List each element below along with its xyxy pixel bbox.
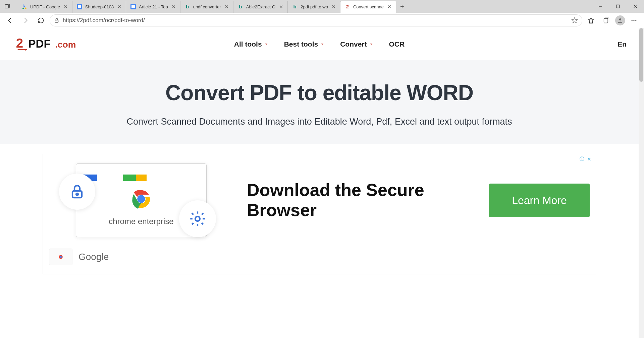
lock-icon bbox=[54, 18, 59, 23]
minimize-button[interactable] bbox=[592, 0, 609, 13]
svg-point-22 bbox=[60, 256, 62, 258]
site-header: 2 PDF .com All tools Best tools Convert … bbox=[0, 28, 639, 60]
tab-updf[interactable]: UPDF - Google ✕ bbox=[17, 1, 72, 13]
tab-label: Article 21 - Top bbox=[139, 4, 168, 9]
viewport: 2 PDF .com All tools Best tools Convert … bbox=[0, 28, 644, 338]
close-icon[interactable]: ✕ bbox=[331, 4, 337, 10]
nav-label: All tools bbox=[234, 40, 262, 48]
window-controls bbox=[592, 0, 644, 13]
collections-button[interactable] bbox=[600, 14, 613, 27]
nav-convert[interactable]: Convert bbox=[340, 40, 373, 48]
tab-label: Shudeep-0108 bbox=[85, 4, 114, 9]
ad-brand-thumb-icon bbox=[49, 249, 72, 265]
tab-shudeep[interactable]: Shudeep-0108 ✕ bbox=[72, 1, 126, 13]
nav-label: Convert bbox=[340, 40, 367, 48]
ad-close-icon[interactable]: ✕ bbox=[586, 156, 592, 162]
browser-titlebar: UPDF - Google ✕ Shudeep-0108 ✕ Article 2… bbox=[0, 0, 644, 13]
ad-illustration: chrome enterprise bbox=[49, 160, 223, 241]
tab-2pdf-search[interactable]: b 2pdf pdf to wo ✕ bbox=[288, 1, 340, 13]
ad-text: Download the Secure Browser bbox=[247, 180, 466, 220]
close-window-button[interactable] bbox=[627, 0, 644, 13]
svg-point-11 bbox=[635, 20, 636, 21]
nav-label: OCR bbox=[389, 40, 405, 48]
svg-point-9 bbox=[632, 20, 633, 21]
main-nav: All tools Best tools Convert OCR bbox=[234, 40, 405, 48]
ad-info-icon[interactable]: ⓘ bbox=[579, 156, 585, 162]
add-favorite-icon[interactable] bbox=[571, 17, 578, 24]
svg-rect-2 bbox=[616, 5, 620, 8]
nav-best-tools[interactable]: Best tools bbox=[284, 40, 325, 48]
more-button[interactable] bbox=[627, 14, 641, 27]
tab-label: 2pdf pdf to wo bbox=[301, 4, 328, 9]
svg-point-16 bbox=[76, 193, 78, 195]
ad-product-label: chrome enterprise bbox=[109, 217, 173, 226]
tab-label: Able2Extract O bbox=[246, 4, 275, 9]
tab-able2extract[interactable]: b Able2Extract O ✕ bbox=[233, 1, 288, 13]
nav-all-tools[interactable]: All tools bbox=[234, 40, 269, 48]
new-tab-button[interactable]: + bbox=[396, 1, 408, 13]
tab-convert-scanned[interactable]: 2 Convert scanne ✕ bbox=[340, 1, 396, 13]
svg-text:PDF: PDF bbox=[28, 38, 51, 50]
svg-rect-7 bbox=[604, 18, 608, 23]
2pdf-favicon-icon: 2 bbox=[344, 4, 351, 10]
ad-brand-label: Google bbox=[78, 252, 109, 262]
close-icon[interactable]: ✕ bbox=[386, 4, 392, 10]
page-subtitle: Convert Scanned Documents and Images int… bbox=[0, 117, 639, 127]
drive-favicon-icon bbox=[21, 4, 28, 10]
docs-favicon-icon bbox=[130, 4, 136, 10]
svg-text:2: 2 bbox=[16, 36, 23, 50]
browser-toolbar bbox=[0, 13, 644, 28]
ad-cta-button[interactable]: Learn More bbox=[489, 184, 590, 217]
refresh-button[interactable] bbox=[34, 14, 48, 27]
back-button[interactable] bbox=[3, 14, 17, 27]
url-input[interactable] bbox=[63, 17, 568, 24]
docs-favicon-icon bbox=[76, 4, 83, 10]
bing-favicon-icon: b bbox=[184, 4, 191, 10]
tab-label: updf converter bbox=[193, 4, 221, 9]
close-icon[interactable]: ✕ bbox=[171, 4, 177, 10]
favorites-button[interactable] bbox=[584, 14, 598, 27]
page: 2 PDF .com All tools Best tools Convert … bbox=[0, 28, 639, 338]
svg-point-20 bbox=[195, 216, 200, 221]
ad-headline: Download the Secure Browser bbox=[247, 180, 466, 220]
chevron-down-icon bbox=[369, 42, 374, 47]
lock-icon bbox=[59, 174, 95, 210]
ad-controls: ⓘ ✕ bbox=[579, 156, 592, 162]
ad-banner: ⓘ ✕ chrome enterprise bbox=[43, 154, 596, 274]
bing-favicon-icon: b bbox=[237, 4, 244, 10]
chevron-down-icon bbox=[264, 42, 269, 47]
tab-updf-converter[interactable]: b updf converter ✕ bbox=[180, 1, 233, 13]
gear-icon bbox=[179, 200, 216, 237]
vertical-scrollbar[interactable] bbox=[639, 28, 644, 338]
close-icon[interactable]: ✕ bbox=[116, 4, 122, 10]
tab-actions-icon[interactable] bbox=[0, 0, 15, 13]
svg-rect-0 bbox=[5, 5, 9, 8]
maximize-button[interactable] bbox=[609, 0, 627, 13]
tab-article21[interactable]: Article 21 - Top ✕ bbox=[126, 1, 180, 13]
svg-point-10 bbox=[634, 20, 635, 21]
forward-button[interactable] bbox=[19, 14, 32, 27]
close-icon[interactable]: ✕ bbox=[224, 4, 230, 10]
close-icon[interactable]: ✕ bbox=[63, 4, 69, 10]
chrome-logo-icon bbox=[129, 187, 153, 211]
svg-point-8 bbox=[619, 18, 621, 20]
language-selector[interactable]: En bbox=[618, 40, 627, 48]
address-bar[interactable] bbox=[50, 14, 582, 26]
nav-label: Best tools bbox=[284, 40, 318, 48]
site-logo[interactable]: 2 PDF .com bbox=[12, 36, 93, 53]
ad-footer: Google bbox=[49, 249, 590, 265]
profile-button[interactable] bbox=[615, 15, 625, 25]
nav-ocr[interactable]: OCR bbox=[389, 40, 405, 48]
bing-favicon-icon: b bbox=[292, 4, 298, 10]
svg-rect-5 bbox=[55, 20, 58, 22]
close-icon[interactable]: ✕ bbox=[278, 4, 284, 10]
page-title: Convert PDF to editable WORD bbox=[0, 80, 639, 105]
tab-strip: UPDF - Google ✕ Shudeep-0108 ✕ Article 2… bbox=[15, 0, 592, 13]
svg-text:.com: .com bbox=[55, 40, 76, 50]
tab-label: Convert scanne bbox=[353, 4, 384, 9]
hero: Convert PDF to editable WORD Convert Sca… bbox=[0, 60, 639, 144]
tab-label: UPDF - Google bbox=[30, 4, 60, 9]
scrollbar-thumb[interactable] bbox=[639, 28, 643, 82]
chevron-down-icon bbox=[320, 42, 325, 47]
